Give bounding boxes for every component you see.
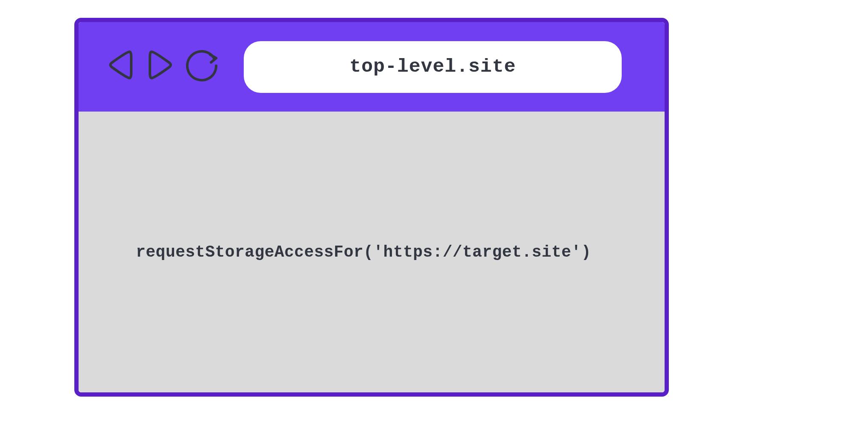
- browser-viewport: requestStorageAccessFor('https://target.…: [79, 112, 665, 392]
- forward-icon[interactable]: [147, 48, 173, 81]
- page-code-text: requestStorageAccessFor('https://target.…: [136, 243, 591, 261]
- nav-icons-group: [108, 47, 220, 83]
- address-bar-text: top-level.site: [349, 56, 516, 78]
- address-bar[interactable]: top-level.site: [244, 41, 622, 93]
- browser-window: top-level.site requestStorageAccessFor('…: [74, 18, 669, 397]
- back-icon[interactable]: [108, 48, 135, 81]
- browser-toolbar: top-level.site: [79, 22, 665, 112]
- reload-icon[interactable]: [185, 47, 220, 83]
